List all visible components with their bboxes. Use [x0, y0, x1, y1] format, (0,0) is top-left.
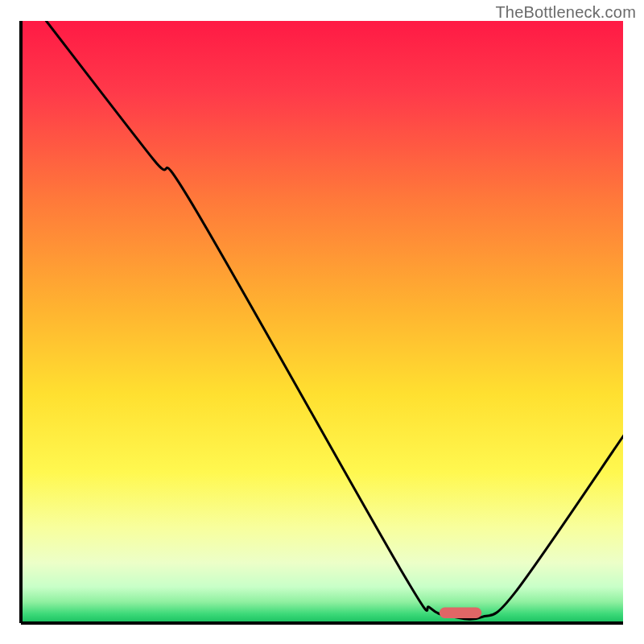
- gradient-background: [21, 21, 623, 623]
- optimal-marker: [440, 608, 481, 618]
- watermark-text: TheBottleneck.com: [495, 3, 636, 22]
- bottleneck-chart: [0, 0, 644, 644]
- chart-container: TheBottleneck.com: [0, 0, 644, 644]
